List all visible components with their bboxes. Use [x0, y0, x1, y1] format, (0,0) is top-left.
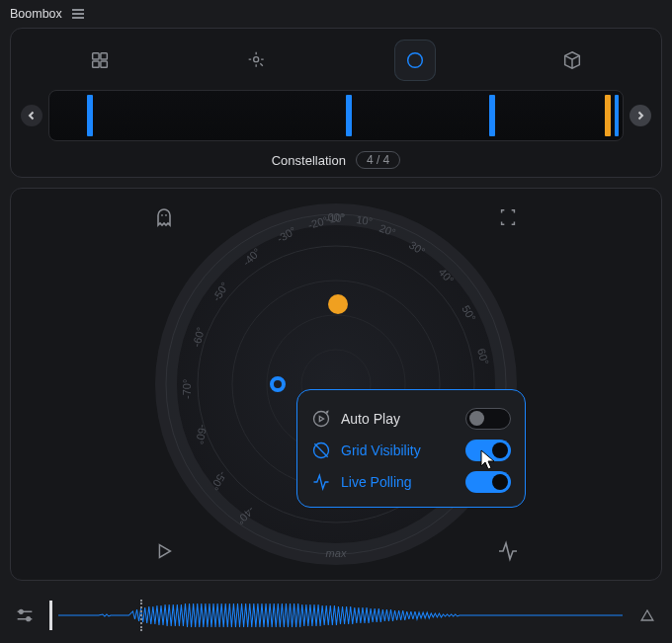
- triangle-up-icon: [637, 605, 657, 625]
- tab-focus[interactable]: [236, 40, 278, 81]
- waveform-track[interactable]: [49, 596, 623, 635]
- svg-point-36: [20, 610, 24, 614]
- grid-visibility-toggle[interactable]: [465, 440, 511, 461]
- loop-marker[interactable]: [140, 600, 142, 631]
- app-title: Boombox: [10, 7, 62, 21]
- svg-point-34: [314, 412, 329, 427]
- strip-label: Constellation: [272, 153, 346, 168]
- strip-next-button[interactable]: [630, 105, 651, 126]
- svg-text:10°: 10°: [356, 213, 374, 227]
- strip-marker: [87, 95, 93, 136]
- timeline-strip[interactable]: [48, 90, 624, 141]
- sliders-button[interactable]: [10, 601, 40, 630]
- bottom-bar: [10, 596, 662, 635]
- svg-point-4: [254, 57, 259, 62]
- focus-icon: [247, 50, 267, 70]
- svg-rect-1: [101, 53, 107, 59]
- svg-rect-2: [92, 61, 98, 67]
- popover-label: Auto Play: [341, 411, 456, 427]
- sliders-icon: [14, 604, 36, 626]
- settings-popover: Auto Play Grid Visibility Live Polling: [296, 389, 526, 508]
- radar-card: -70° -60° -50° -40° -30° -20° -10° 00° 1…: [10, 188, 662, 581]
- autoplay-toggle[interactable]: [465, 408, 511, 430]
- svg-rect-3: [101, 61, 107, 67]
- popover-row-grid-visibility: Grid Visibility: [311, 440, 511, 461]
- strip-prev-button[interactable]: [21, 105, 42, 126]
- strip-marker: [489, 95, 495, 136]
- playhead-indicator: [49, 601, 52, 630]
- collapse-up-button[interactable]: [632, 601, 662, 630]
- circle-icon: [404, 49, 426, 71]
- chevron-right-icon: [635, 111, 645, 121]
- svg-text:00°: 00°: [328, 211, 345, 223]
- tab-circle[interactable]: [394, 40, 436, 81]
- popover-row-live-polling: Live Polling: [311, 471, 511, 493]
- menu-button[interactable]: [72, 9, 84, 19]
- svg-text:-70°: -70°: [181, 379, 193, 399]
- strip-marker: [346, 95, 352, 136]
- popover-label: Live Polling: [341, 474, 456, 490]
- popover-label: Grid Visibility: [341, 442, 456, 458]
- popover-row-autoplay: Auto Play: [311, 408, 511, 430]
- chevron-left-icon: [27, 111, 37, 121]
- constellation-dial[interactable]: -70° -60° -50° -40° -30° -20° -10° 00° 1…: [153, 201, 519, 567]
- tab-cube[interactable]: [551, 40, 593, 81]
- strip-marker-active: [605, 95, 611, 136]
- svg-point-37: [27, 617, 31, 621]
- tab-grid[interactable]: [79, 40, 121, 81]
- cube-icon: [561, 49, 583, 71]
- grid-visibility-icon: [311, 441, 331, 460]
- strip-counter: 4 / 4: [356, 151, 400, 169]
- svg-rect-0: [92, 53, 98, 59]
- live-polling-icon: [311, 472, 331, 492]
- view-switcher-card: Constellation 4 / 4: [10, 28, 662, 178]
- autoplay-icon: [311, 409, 331, 429]
- svg-point-5: [407, 53, 422, 68]
- constellation-point-active[interactable]: [328, 294, 348, 314]
- dial-max-label: max: [326, 547, 347, 559]
- grid-icon: [89, 49, 111, 71]
- constellation-point[interactable]: [270, 376, 286, 392]
- live-polling-toggle[interactable]: [465, 471, 511, 493]
- view-tabs: [21, 39, 651, 82]
- strip-marker: [615, 95, 619, 136]
- waveform: [58, 598, 623, 633]
